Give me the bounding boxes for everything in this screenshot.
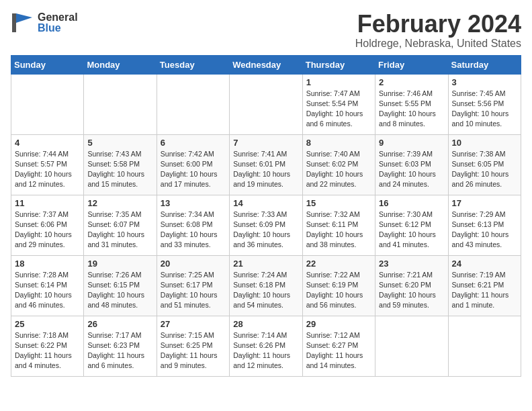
calendar-cell: 26Sunrise: 7:17 AM Sunset: 6:23 PM Dayli… bbox=[84, 316, 157, 376]
day-number: 22 bbox=[306, 259, 371, 269]
day-info-text: Sunrise: 7:25 AM Sunset: 6:17 PM Dayligh… bbox=[161, 270, 226, 311]
calendar-cell: 5Sunrise: 7:43 AM Sunset: 5:58 PM Daylig… bbox=[84, 134, 157, 195]
day-info-text: Sunrise: 7:15 AM Sunset: 6:25 PM Dayligh… bbox=[161, 330, 226, 371]
day-info-text: Sunrise: 7:26 AM Sunset: 6:15 PM Dayligh… bbox=[87, 270, 152, 311]
calendar-cell: 9Sunrise: 7:39 AM Sunset: 6:03 PM Daylig… bbox=[375, 134, 448, 195]
calendar-cell: 1Sunrise: 7:47 AM Sunset: 5:54 PM Daylig… bbox=[302, 74, 375, 134]
calendar-cell bbox=[84, 74, 157, 134]
calendar-week-row: 4Sunrise: 7:44 AM Sunset: 5:57 PM Daylig… bbox=[11, 134, 521, 195]
day-number: 13 bbox=[161, 198, 226, 208]
page-header: General Blue February 2024 Holdrege, Neb… bbox=[11, 11, 521, 50]
logo-icon bbox=[11, 11, 35, 35]
calendar-week-row: 18Sunrise: 7:28 AM Sunset: 6:14 PM Dayli… bbox=[11, 255, 521, 316]
day-info-text: Sunrise: 7:47 AM Sunset: 5:54 PM Dayligh… bbox=[306, 89, 371, 130]
logo: General Blue bbox=[11, 11, 78, 35]
calendar-cell: 21Sunrise: 7:24 AM Sunset: 6:18 PM Dayli… bbox=[230, 255, 302, 316]
day-number: 11 bbox=[15, 198, 80, 208]
day-info-text: Sunrise: 7:39 AM Sunset: 6:03 PM Dayligh… bbox=[379, 149, 444, 190]
calendar-cell: 12Sunrise: 7:35 AM Sunset: 6:07 PM Dayli… bbox=[84, 195, 157, 255]
calendar-table: SundayMondayTuesdayWednesdayThursdayFrid… bbox=[11, 55, 521, 377]
day-info-text: Sunrise: 7:42 AM Sunset: 6:00 PM Dayligh… bbox=[161, 149, 226, 190]
day-info-text: Sunrise: 7:37 AM Sunset: 6:06 PM Dayligh… bbox=[15, 210, 80, 250]
day-number: 12 bbox=[87, 198, 152, 208]
day-info-text: Sunrise: 7:43 AM Sunset: 5:58 PM Dayligh… bbox=[87, 149, 152, 190]
day-info-text: Sunrise: 7:45 AM Sunset: 5:56 PM Dayligh… bbox=[452, 89, 517, 130]
calendar-cell: 28Sunrise: 7:14 AM Sunset: 6:26 PM Dayli… bbox=[230, 316, 302, 376]
calendar-cell: 11Sunrise: 7:37 AM Sunset: 6:06 PM Dayli… bbox=[11, 195, 84, 255]
day-header-wednesday: Wednesday bbox=[230, 55, 302, 74]
calendar-cell: 22Sunrise: 7:22 AM Sunset: 6:19 PM Dayli… bbox=[302, 255, 375, 316]
day-info-text: Sunrise: 7:30 AM Sunset: 6:12 PM Dayligh… bbox=[379, 210, 444, 250]
day-number: 10 bbox=[452, 138, 517, 148]
day-number: 4 bbox=[15, 138, 80, 148]
calendar-cell: 17Sunrise: 7:29 AM Sunset: 6:13 PM Dayli… bbox=[448, 195, 521, 255]
logo-text: General Blue bbox=[38, 12, 78, 34]
day-number: 26 bbox=[87, 319, 152, 329]
calendar-cell bbox=[230, 74, 302, 134]
day-number: 25 bbox=[15, 319, 80, 329]
calendar-cell: 14Sunrise: 7:33 AM Sunset: 6:09 PM Dayli… bbox=[230, 195, 302, 255]
calendar-cell: 25Sunrise: 7:18 AM Sunset: 6:22 PM Dayli… bbox=[11, 316, 84, 376]
svg-rect-0 bbox=[12, 13, 16, 32]
day-info-text: Sunrise: 7:29 AM Sunset: 6:13 PM Dayligh… bbox=[452, 210, 517, 250]
calendar-cell: 3Sunrise: 7:45 AM Sunset: 5:56 PM Daylig… bbox=[448, 74, 521, 134]
day-info-text: Sunrise: 7:44 AM Sunset: 5:57 PM Dayligh… bbox=[15, 149, 80, 190]
calendar-cell: 27Sunrise: 7:15 AM Sunset: 6:25 PM Dayli… bbox=[157, 316, 229, 376]
day-header-sunday: Sunday bbox=[11, 55, 84, 74]
calendar-cell: 10Sunrise: 7:38 AM Sunset: 6:05 PM Dayli… bbox=[448, 134, 521, 195]
day-info-text: Sunrise: 7:32 AM Sunset: 6:11 PM Dayligh… bbox=[306, 210, 371, 250]
calendar-cell: 2Sunrise: 7:46 AM Sunset: 5:55 PM Daylig… bbox=[375, 74, 448, 134]
day-info-text: Sunrise: 7:33 AM Sunset: 6:09 PM Dayligh… bbox=[233, 210, 298, 250]
calendar-week-row: 11Sunrise: 7:37 AM Sunset: 6:06 PM Dayli… bbox=[11, 195, 521, 255]
calendar-cell: 6Sunrise: 7:42 AM Sunset: 6:00 PM Daylig… bbox=[157, 134, 229, 195]
calendar-subtitle: Holdrege, Nebraska, United States bbox=[355, 38, 521, 50]
day-header-tuesday: Tuesday bbox=[157, 55, 229, 74]
calendar-cell bbox=[448, 316, 521, 376]
calendar-cell: 8Sunrise: 7:40 AM Sunset: 6:02 PM Daylig… bbox=[302, 134, 375, 195]
day-info-text: Sunrise: 7:41 AM Sunset: 6:01 PM Dayligh… bbox=[233, 149, 298, 190]
calendar-main-title: February 2024 bbox=[355, 11, 521, 38]
calendar-cell: 16Sunrise: 7:30 AM Sunset: 6:12 PM Dayli… bbox=[375, 195, 448, 255]
day-info-text: Sunrise: 7:38 AM Sunset: 6:05 PM Dayligh… bbox=[452, 149, 517, 190]
calendar-cell: 4Sunrise: 7:44 AM Sunset: 5:57 PM Daylig… bbox=[11, 134, 84, 195]
calendar-cell: 19Sunrise: 7:26 AM Sunset: 6:15 PM Dayli… bbox=[84, 255, 157, 316]
calendar-cell bbox=[375, 316, 448, 376]
calendar-cell: 13Sunrise: 7:34 AM Sunset: 6:08 PM Dayli… bbox=[157, 195, 229, 255]
calendar-cell: 18Sunrise: 7:28 AM Sunset: 6:14 PM Dayli… bbox=[11, 255, 84, 316]
day-info-text: Sunrise: 7:28 AM Sunset: 6:14 PM Dayligh… bbox=[15, 270, 80, 311]
calendar-cell: 7Sunrise: 7:41 AM Sunset: 6:01 PM Daylig… bbox=[230, 134, 302, 195]
day-header-friday: Friday bbox=[375, 55, 448, 74]
day-info-text: Sunrise: 7:17 AM Sunset: 6:23 PM Dayligh… bbox=[87, 330, 152, 371]
calendar-cell: 24Sunrise: 7:19 AM Sunset: 6:21 PM Dayli… bbox=[448, 255, 521, 316]
calendar-cell: 20Sunrise: 7:25 AM Sunset: 6:17 PM Dayli… bbox=[157, 255, 229, 316]
calendar-header-row: SundayMondayTuesdayWednesdayThursdayFrid… bbox=[11, 55, 521, 74]
day-header-thursday: Thursday bbox=[302, 55, 375, 74]
day-info-text: Sunrise: 7:24 AM Sunset: 6:18 PM Dayligh… bbox=[233, 270, 298, 311]
day-number: 9 bbox=[379, 138, 444, 148]
svg-marker-1 bbox=[16, 13, 32, 23]
day-info-text: Sunrise: 7:46 AM Sunset: 5:55 PM Dayligh… bbox=[379, 89, 444, 130]
day-number: 23 bbox=[379, 259, 444, 269]
calendar-cell bbox=[157, 74, 229, 134]
day-number: 29 bbox=[306, 319, 371, 329]
day-info-text: Sunrise: 7:21 AM Sunset: 6:20 PM Dayligh… bbox=[379, 270, 444, 311]
day-number: 18 bbox=[15, 259, 80, 269]
day-number: 24 bbox=[452, 259, 517, 269]
day-number: 1 bbox=[306, 77, 371, 87]
day-header-monday: Monday bbox=[84, 55, 157, 74]
calendar-week-row: 1Sunrise: 7:47 AM Sunset: 5:54 PM Daylig… bbox=[11, 74, 521, 134]
day-number: 5 bbox=[87, 138, 152, 148]
day-number: 16 bbox=[379, 198, 444, 208]
day-info-text: Sunrise: 7:14 AM Sunset: 6:26 PM Dayligh… bbox=[233, 330, 298, 371]
logo-blue-text: Blue bbox=[38, 23, 78, 34]
calendar-cell bbox=[11, 74, 84, 134]
day-number: 8 bbox=[306, 138, 371, 148]
calendar-title-area: February 2024 Holdrege, Nebraska, United… bbox=[355, 11, 521, 50]
day-info-text: Sunrise: 7:19 AM Sunset: 6:21 PM Dayligh… bbox=[452, 270, 517, 311]
day-header-saturday: Saturday bbox=[448, 55, 521, 74]
day-number: 27 bbox=[161, 319, 226, 329]
calendar-cell: 15Sunrise: 7:32 AM Sunset: 6:11 PM Dayli… bbox=[302, 195, 375, 255]
day-info-text: Sunrise: 7:34 AM Sunset: 6:08 PM Dayligh… bbox=[161, 210, 226, 250]
calendar-cell: 23Sunrise: 7:21 AM Sunset: 6:20 PM Dayli… bbox=[375, 255, 448, 316]
logo-general-text: General bbox=[38, 12, 78, 23]
